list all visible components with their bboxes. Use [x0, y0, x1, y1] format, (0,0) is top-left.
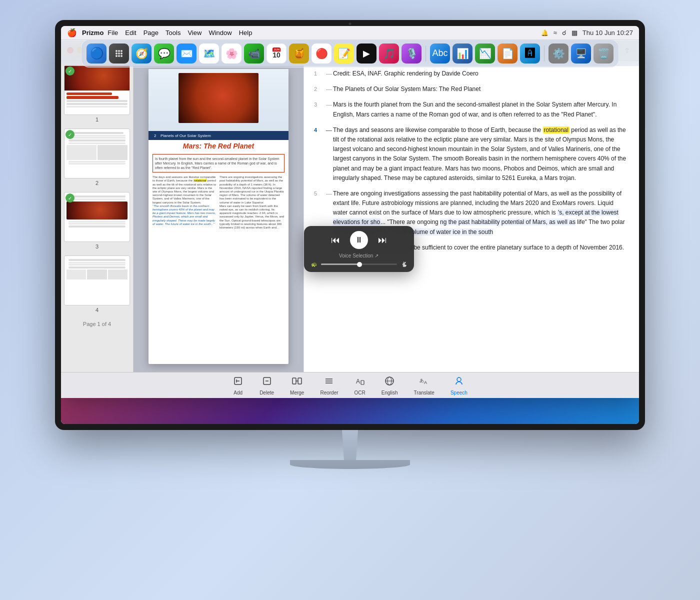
app-name[interactable]: Prizmo — [82, 29, 104, 36]
svg-text:A: A — [424, 380, 427, 385]
trash-icon: 🗑️ — [598, 48, 610, 60]
dock-divider-1 — [426, 46, 426, 62]
honey-icon: 🍯 — [293, 48, 306, 60]
facetime-icon: 📹 — [248, 48, 260, 60]
voice-speed-fast-icon: 🐇 — [401, 262, 407, 267]
sidebar-page-2[interactable]: ✓ — [64, 128, 130, 186]
sidebar-page-3[interactable]: ✓ 3 — [64, 192, 130, 250]
page-check-2: ✓ — [66, 130, 74, 139]
toolbar-translate[interactable]: あA Translate — [411, 374, 438, 398]
speech-icon — [454, 376, 464, 389]
translate-icon: あA — [418, 376, 430, 389]
menu-edit[interactable]: Edit — [125, 29, 136, 36]
dock-keynote[interactable]: 📊 — [452, 44, 472, 64]
text-line-3: 3 — Mars is the fourth planet from the S… — [314, 100, 629, 119]
notification-icon[interactable]: 🔔 — [541, 30, 548, 36]
thumbnail-label-1: 1 — [64, 116, 130, 122]
sidebar-page-1[interactable]: ✓ 1 — [64, 65, 130, 122]
dock-settings[interactable]: ⚙️ — [548, 44, 568, 64]
safari-icon: 🧭 — [136, 48, 148, 60]
dock-prizmo[interactable]: Abc — [430, 44, 450, 64]
svg-point-22 — [116, 52, 118, 54]
toolbar-add[interactable]: Add — [230, 374, 246, 398]
voice-label[interactable]: Voice Selection ↗ — [311, 253, 407, 258]
page-doc-columns: The days and seasons are likewise compar… — [152, 176, 284, 230]
voice-highlighted-text-3: e volume of water ice in the south — [404, 228, 493, 236]
menu-view[interactable]: View — [188, 29, 202, 36]
thumbnail-label-3: 3 — [64, 244, 130, 250]
toolbar-english[interactable]: English — [378, 374, 401, 398]
svg-point-21 — [120, 50, 122, 52]
sidebar-page-4[interactable]: 4 — [64, 256, 130, 313]
dock-notes[interactable]: 📝 — [334, 44, 354, 64]
user-icon[interactable]: ▩ — [572, 29, 578, 36]
menu-tools[interactable]: Tools — [166, 29, 180, 36]
dock-appstore[interactable]: 🅰 — [520, 44, 540, 64]
dock-music[interactable]: 🎵 — [379, 44, 399, 64]
maps-icon: 🗺️ — [203, 48, 216, 60]
dock-maps[interactable]: 🗺️ — [199, 44, 219, 64]
dock-appletv[interactable]: ▶ — [356, 44, 376, 64]
voice-next-button[interactable]: ⏭ — [378, 235, 387, 246]
voice-speed-thumb[interactable] — [357, 262, 362, 267]
toolbar-delete[interactable]: Delete — [256, 374, 277, 398]
toolbar-reorder[interactable]: Reorder — [317, 374, 341, 398]
voice-popup: ⏮ ⏸ ⏭ Voice Selection ↗ 🐢 — [304, 226, 414, 272]
toolbar-ocr[interactable]: A OCR — [352, 374, 368, 398]
screentime-icon: 🖥️ — [576, 48, 586, 59]
voice-highlighted-text-2: ng the past habitability potential of Ma… — [440, 218, 576, 226]
svg-rect-12 — [361, 380, 364, 384]
translate-label: Translate — [414, 390, 434, 396]
dock-safari[interactable]: 🧭 — [132, 44, 152, 64]
dock: 🔵 🧭 💬 — [61, 40, 639, 66]
dock-divider-2 — [544, 46, 544, 62]
voice-pause-button[interactable]: ⏸ — [350, 231, 368, 249]
dock-finder[interactable]: 🔵 — [86, 44, 106, 64]
voice-speed-control: 🐢 🐇 — [311, 262, 407, 267]
dock-honey[interactable]: 🍯 — [289, 44, 309, 64]
line-4-highlight: rotational — [543, 126, 570, 134]
dock-launchpad[interactable] — [109, 44, 129, 64]
dock-photos[interactable]: 🌸 — [222, 44, 242, 64]
dock-pages[interactable]: 📄 — [498, 44, 518, 64]
app-window: + ⌄ — Mars The Red Planet Prepare Recogn… — [61, 40, 639, 398]
page-doc-title: Mars: The Red Planet — [148, 140, 288, 152]
window-body: ✓ 1 — [61, 61, 639, 372]
toolbar-merge[interactable]: Merge — [287, 374, 307, 398]
svg-point-27 — [120, 55, 122, 57]
numbers-icon: 📉 — [479, 48, 492, 60]
menu-help[interactable]: Help — [239, 29, 252, 36]
dock-calendar[interactable]: JUN 10 — [266, 44, 286, 64]
dock-trash[interactable]: 🗑️ — [594, 44, 614, 64]
menu-file[interactable]: File — [108, 29, 118, 36]
toolbar-speech[interactable]: Speech — [448, 374, 470, 398]
voice-prev-button[interactable]: ⏮ — [331, 235, 340, 246]
messages-icon: 💬 — [158, 48, 170, 60]
thumbnail-3: ✓ — [64, 192, 130, 242]
photos-icon: 🌸 — [226, 48, 238, 60]
delete-label: Delete — [260, 390, 274, 396]
svg-rect-5 — [292, 378, 296, 384]
dock-mail[interactable]: ✉️ — [176, 44, 196, 64]
page-doc-header: 2 Planets of Our Solar System — [148, 131, 288, 140]
line-4-before: The days and seasons are likewise compar… — [333, 126, 543, 134]
dock-podcasts[interactable]: 🎙️ — [402, 44, 422, 64]
dock-facetime[interactable]: 📹 — [244, 44, 264, 64]
line-content-4: The days and seasons are likewise compar… — [333, 126, 629, 183]
search-icon[interactable]: ☌ — [562, 29, 566, 36]
apple-menu-icon[interactable]: 🍎 — [67, 28, 77, 38]
dock-screentime[interactable]: 🖥️ — [571, 44, 591, 64]
menu-window[interactable]: Window — [208, 29, 232, 36]
page-check-1: ✓ — [66, 66, 74, 76]
dock-reminders[interactable]: 🔴 — [312, 44, 332, 64]
menu-page[interactable]: Page — [144, 29, 158, 36]
svg-point-18 — [457, 378, 461, 382]
desktop: + ⌄ — Mars The Red Planet Prepare Recogn… — [61, 40, 639, 424]
dock-numbers[interactable]: 📉 — [475, 44, 495, 64]
thumbnail-label-4: 4 — [64, 307, 130, 313]
page-preview: 2 Planets of Our Solar System Mars: The … — [134, 61, 304, 372]
dock-messages[interactable]: 💬 — [154, 44, 174, 64]
text-line-4: 4 — The days and seasons are likewise co… — [314, 126, 629, 183]
voice-speed-track[interactable] — [321, 264, 397, 265]
page-title-text: Planets of Our Solar System — [160, 134, 211, 138]
